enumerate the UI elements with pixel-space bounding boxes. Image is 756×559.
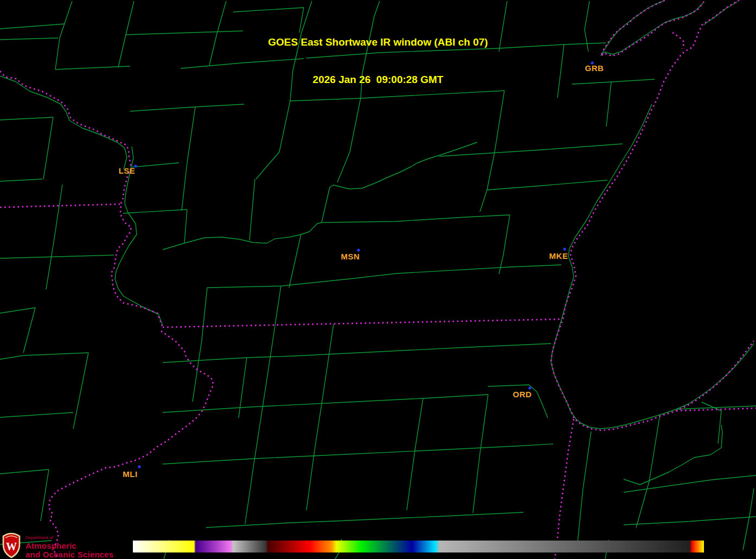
- county-line: [163, 395, 488, 412]
- crest-letter: W: [6, 541, 17, 552]
- county-line: [163, 223, 322, 250]
- county-line: [0, 353, 88, 359]
- city-label-lse: LSE: [119, 166, 136, 175]
- city-label-msn: MSN: [341, 252, 360, 261]
- mississippi-river-border-lower: [49, 331, 213, 556]
- logo-line-oceanic: and Oceanic Sciences: [25, 550, 113, 559]
- satellite-map-stage: GOES East Shortwave IR window (ABI ch 07…: [0, 0, 756, 559]
- city-label-mli: MLI: [123, 469, 137, 479]
- county-line: [306, 450, 315, 510]
- county-line: [336, 512, 523, 521]
- county-line: [0, 179, 42, 181]
- il-in-border: [555, 419, 574, 559]
- logo-text: Department of Atmospheric and Oceanic Sc…: [25, 532, 113, 559]
- uw-crest-icon: W: [2, 532, 21, 558]
- county-line: [322, 215, 510, 223]
- wi-il-border: [163, 319, 562, 327]
- county-line: [322, 163, 418, 223]
- county-line: [202, 288, 207, 340]
- county-line: [480, 395, 488, 453]
- county-line: [418, 142, 477, 163]
- county-line: [43, 117, 53, 179]
- county-line: [163, 444, 553, 464]
- county-line: [289, 234, 301, 288]
- county-line: [123, 209, 187, 213]
- county-line: [407, 450, 415, 510]
- county-line: [184, 209, 187, 243]
- county-line: [249, 179, 255, 240]
- county-line: [256, 101, 290, 179]
- county-line: [315, 386, 324, 450]
- city-dot-mke: [563, 248, 566, 251]
- county-line: [0, 308, 35, 353]
- logo-line-atmospheric: Atmospheric: [25, 542, 113, 550]
- county-line: [743, 488, 754, 550]
- county-line: [73, 353, 88, 429]
- county-line: [46, 185, 62, 289]
- city-label-mke: MKE: [549, 251, 568, 261]
- county-line: [499, 215, 510, 274]
- county-line: [337, 98, 361, 182]
- city-label-grb: GRB: [585, 63, 604, 73]
- city-label-ord: ORD: [513, 390, 532, 399]
- county-line: [41, 469, 49, 521]
- county-line: [0, 469, 49, 474]
- county-line: [487, 180, 607, 190]
- title-line-1: GOES East Shortwave IR window (ABI ch 07…: [0, 36, 756, 48]
- county-line: [624, 517, 756, 525]
- temperature-colorbar: [133, 541, 704, 552]
- logo-dept-line: Department of: [25, 536, 113, 540]
- county-line: [207, 265, 561, 288]
- image-title: GOES East Shortwave IR window (ABI ch 07…: [0, 11, 756, 111]
- county-line: [0, 117, 53, 120]
- county-line: [245, 464, 254, 524]
- county-line: [473, 453, 480, 513]
- county-line: [239, 358, 247, 418]
- county-line: [132, 163, 179, 167]
- mn-ia-border: [0, 204, 123, 207]
- county-line: [324, 324, 334, 386]
- county-line: [273, 286, 281, 340]
- lakeshore-county-line: [551, 104, 754, 429]
- county-line: [182, 107, 195, 211]
- title-line-2: 2026 Jan 26 09:00:28 GMT: [0, 73, 756, 86]
- county-line: [0, 255, 114, 258]
- county-line: [206, 521, 336, 528]
- county-line: [636, 414, 660, 528]
- uw-aos-logo: W Department of Atmospheric and Oceanic …: [2, 532, 113, 559]
- city-dot-mli: [138, 466, 141, 468]
- county-line: [624, 425, 722, 485]
- county-line: [263, 340, 273, 404]
- county-line: [254, 404, 263, 464]
- county-line: [415, 398, 423, 450]
- county-line: [293, 344, 551, 356]
- county-line: [578, 431, 591, 543]
- county-line: [0, 412, 73, 417]
- county-line: [624, 475, 756, 492]
- county-line: [163, 356, 293, 363]
